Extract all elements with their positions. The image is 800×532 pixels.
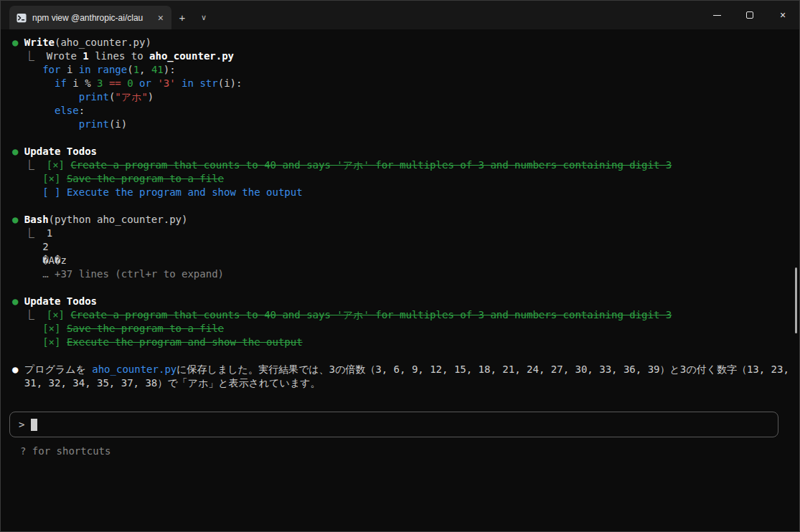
text-segment: [103, 77, 108, 89]
cli-input-box[interactable]: >: [9, 412, 778, 437]
scrollbar-thumb[interactable]: [795, 267, 797, 333]
text-segment: if: [55, 77, 67, 89]
text-segment: Execute the program and show the output: [67, 336, 303, 348]
terminal-tab[interactable]: npm view @anthropic-ai/clau ×: [9, 6, 171, 29]
text-segment: Save the program to a file: [67, 173, 224, 184]
text-segment: for: [42, 64, 60, 75]
text-segment: Bash: [24, 214, 49, 225]
text-segment: ):: [164, 64, 176, 75]
code-line: if i % 3 == 0 or '3' in str(i):: [12, 77, 789, 90]
text-segment: ●: [12, 146, 24, 157]
text-segment: 0: [127, 77, 133, 89]
text-segment: ,: [139, 64, 151, 75]
text-segment: [133, 77, 139, 89]
prompt-symbol: >: [19, 419, 24, 430]
text-segment: [12, 336, 42, 348]
tool-result: ⎿ Wrote 1 lines to aho_counter.py: [12, 49, 789, 63]
text-segment: 2: [12, 241, 49, 252]
text-segment: ●: [12, 295, 24, 307]
text-segment: ⎿: [12, 159, 47, 171]
text-segment: else: [55, 105, 79, 116]
text-segment: (aho_counter.py): [55, 37, 151, 48]
todo-item-done: [×] Execute the program and show the out…: [12, 336, 789, 349]
tool-call-update-todos: ● Update Todos: [12, 145, 789, 158]
text-segment: [12, 323, 42, 334]
text-segment: i: [60, 64, 78, 75]
code-line: for i in range(1, 41):: [12, 63, 789, 77]
text-segment: Update Todos: [24, 146, 97, 157]
todo-item-done: [×] Save the program to a file: [12, 322, 789, 336]
text-segment: Execute the program and show the output: [67, 186, 303, 198]
text-segment: 1: [133, 64, 139, 75]
text-segment: Create a program that counts to 40 and s…: [70, 309, 672, 320]
todo-item-done: [×] Save the program to a file: [12, 172, 789, 186]
terminal-window: npm view @anthropic-ai/clau × + ∨ × ● Wr…: [0, 0, 800, 532]
text-segment: 1: [47, 227, 52, 239]
tab-close-icon[interactable]: ×: [154, 11, 167, 24]
text-segment: '3': [157, 77, 175, 89]
text-segment: [91, 64, 97, 75]
text-segment: ●: [12, 364, 24, 375]
text-segment: (i): [109, 118, 127, 130]
bash-output: 2: [12, 240, 789, 254]
titlebar: npm view @anthropic-ai/clau × + ∨ ×: [1, 1, 799, 29]
text-segment: aho_counter.py: [149, 50, 234, 62]
code-line: else:: [12, 104, 789, 118]
text-segment: 41: [151, 64, 164, 75]
close-button[interactable]: ×: [766, 1, 799, 29]
terminal-line: [12, 349, 789, 363]
text-segment: [×]: [42, 173, 67, 184]
text-segment: [12, 77, 55, 89]
todo-item-done: ⎿ [×] Create a program that counts to 40…: [12, 308, 789, 322]
expand-hint: … +37 lines (ctrl+r to expand): [12, 267, 789, 281]
text-segment: 1: [83, 50, 88, 62]
text-segment: "アホ": [115, 91, 148, 103]
new-tab-button[interactable]: +: [171, 6, 193, 29]
text-segment: Save the program to a file: [67, 323, 224, 334]
assistant-message: ● プログラムを aho_counter.pyに保存しました。実行結果では、3の…: [12, 363, 789, 390]
text-segment: [176, 77, 182, 89]
text-segment: ==: [109, 77, 121, 89]
text-segment: :: [79, 105, 85, 116]
tool-call-bash: ● Bash(python aho_counter.py): [12, 213, 789, 227]
terminal-line: [12, 131, 789, 145]
text-segment: or: [139, 77, 151, 89]
text-segment: Update Todos: [24, 295, 97, 307]
minimize-button[interactable]: [700, 1, 733, 29]
terminal-line: [12, 199, 789, 213]
text-segment: (i):: [218, 77, 243, 89]
text-segment: [12, 91, 79, 103]
text-segment: i %: [67, 77, 97, 89]
minimize-icon: [713, 15, 721, 16]
text-segment: [12, 105, 55, 116]
text-segment: ⎿: [12, 227, 47, 239]
code-line: print(i): [12, 118, 789, 131]
text-segment: ⎿: [12, 50, 47, 62]
text-cursor: [31, 419, 37, 431]
text-segment: [×]: [47, 309, 71, 320]
tab-title: npm view @anthropic-ai/clau: [32, 13, 149, 23]
maximize-button[interactable]: [733, 1, 766, 29]
text-segment: ●: [12, 37, 24, 48]
shortcuts-hint: ? for shortcuts: [20, 445, 110, 458]
text-segment: [12, 173, 42, 184]
window-controls: ×: [700, 1, 799, 29]
maximize-icon: [746, 11, 753, 19]
text-segment: [×]: [47, 159, 71, 171]
text-segment: ●: [12, 214, 24, 225]
text-segment: �A�z: [12, 255, 67, 266]
todo-item-done: ⎿ [×] Create a program that counts to 40…: [12, 158, 789, 172]
text-segment: … +37 lines (ctrl+r to expand): [42, 268, 224, 280]
text-segment: in: [79, 64, 91, 75]
text-segment: Write: [24, 37, 55, 48]
titlebar-drag-area: [215, 1, 700, 29]
tool-call-write: ● Write(aho_counter.py): [12, 36, 789, 49]
text-segment: [12, 186, 42, 198]
text-segment: (python aho_counter.py): [49, 214, 188, 225]
terminal-line: [12, 281, 789, 295]
text-segment: aho_counter.py: [92, 364, 177, 375]
code-line: print("アホ"): [12, 90, 789, 104]
text-segment: [×]: [42, 323, 67, 334]
tab-dropdown-button[interactable]: ∨: [193, 6, 215, 29]
text-segment: lines to: [89, 50, 149, 62]
